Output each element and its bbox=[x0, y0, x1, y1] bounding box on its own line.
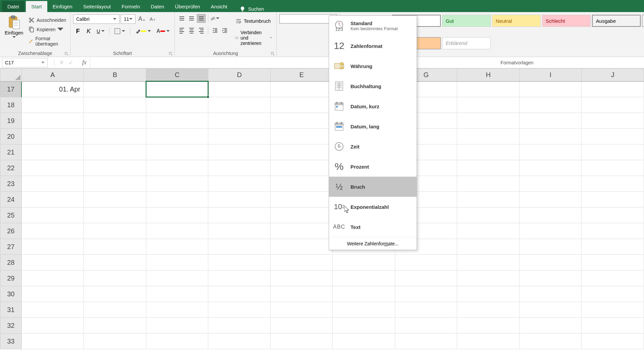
cell-C28[interactable] bbox=[146, 255, 208, 270]
cell-I28[interactable] bbox=[519, 255, 582, 270]
cell-B21[interactable] bbox=[84, 144, 146, 160]
cell-C27[interactable] bbox=[146, 239, 208, 255]
cell-J31[interactable] bbox=[582, 302, 644, 318]
cell-C17[interactable] bbox=[146, 81, 208, 97]
style-berechnung[interactable]: Berechnung bbox=[642, 15, 644, 27]
cell-H17[interactable] bbox=[457, 81, 520, 97]
underline-button[interactable]: U bbox=[95, 26, 107, 36]
cell-I26[interactable] bbox=[519, 223, 582, 239]
cell-H31[interactable] bbox=[457, 302, 520, 318]
col-header-C[interactable]: C bbox=[146, 69, 208, 81]
cell-I17[interactable] bbox=[519, 81, 582, 97]
cell-H24[interactable] bbox=[457, 192, 520, 207]
cell-I27[interactable] bbox=[519, 239, 582, 255]
cell-B30[interactable] bbox=[84, 286, 146, 302]
font-dialog-launcher[interactable] bbox=[168, 51, 173, 56]
cell-G31[interactable] bbox=[395, 302, 457, 318]
cell-C22[interactable] bbox=[146, 160, 208, 176]
format-standard[interactable]: 123 Standard Kein bestimmtes Format bbox=[329, 16, 417, 36]
tab-seitenlayout[interactable]: Seitenlayout bbox=[78, 1, 116, 12]
cell-C23[interactable] bbox=[146, 176, 208, 192]
row-header-21[interactable]: 21 bbox=[0, 144, 22, 160]
style-schlecht[interactable]: Schlecht bbox=[542, 15, 591, 27]
cell-C32[interactable] bbox=[146, 318, 208, 334]
tab-formeln[interactable]: Formeln bbox=[116, 1, 146, 12]
copy-button[interactable]: Kopieren bbox=[27, 26, 67, 33]
spreadsheet-grid[interactable]: A B C D E F G H I J 17 01. Apr 18 19 20 bbox=[0, 68, 644, 349]
cell-G28[interactable] bbox=[395, 255, 457, 270]
cell-H33[interactable] bbox=[457, 334, 520, 349]
cell-A20[interactable] bbox=[21, 129, 84, 144]
cell-A25[interactable] bbox=[21, 207, 84, 223]
name-box[interactable]: C17 bbox=[2, 58, 48, 67]
cell-B23[interactable] bbox=[84, 176, 146, 192]
cell-J29[interactable] bbox=[582, 270, 644, 286]
font-size-select[interactable]: 11 bbox=[121, 14, 136, 24]
cell-J28[interactable] bbox=[582, 255, 644, 270]
borders-button[interactable] bbox=[112, 26, 127, 36]
cell-C31[interactable] bbox=[146, 302, 208, 318]
cell-I22[interactable] bbox=[519, 160, 582, 176]
cell-A33[interactable] bbox=[21, 334, 84, 349]
fx-icon[interactable]: fx bbox=[82, 59, 87, 66]
tab-ansicht[interactable]: Ansicht bbox=[206, 1, 233, 12]
cell-C20[interactable] bbox=[146, 129, 208, 144]
cell-E23[interactable] bbox=[270, 176, 333, 192]
cell-A21[interactable] bbox=[21, 144, 84, 160]
cell-D30[interactable] bbox=[208, 286, 271, 302]
cell-I21[interactable] bbox=[519, 144, 582, 160]
wrap-text-button[interactable]: Textumbruch bbox=[233, 16, 274, 26]
cell-H26[interactable] bbox=[457, 223, 520, 239]
cell-F32[interactable] bbox=[333, 318, 395, 334]
col-header-E[interactable]: E bbox=[270, 69, 333, 81]
row-header-25[interactable]: 25 bbox=[0, 207, 22, 223]
cell-C26[interactable] bbox=[146, 223, 208, 239]
cell-A31[interactable] bbox=[21, 302, 84, 318]
row-header-23[interactable]: 23 bbox=[0, 176, 22, 192]
cell-B19[interactable] bbox=[84, 113, 146, 129]
decrease-font-button[interactable]: A▼ bbox=[148, 15, 157, 23]
cell-G29[interactable] bbox=[395, 270, 457, 286]
col-header-J[interactable]: J bbox=[582, 69, 644, 81]
cell-G33[interactable] bbox=[395, 334, 457, 349]
cell-E30[interactable] bbox=[270, 286, 333, 302]
cell-C18[interactable] bbox=[146, 97, 208, 113]
cell-D26[interactable] bbox=[208, 223, 271, 239]
format-exponential[interactable]: 102 Exponentialzahl bbox=[329, 197, 417, 217]
format-zahlenformat[interactable]: 12 Zahlenformat bbox=[329, 36, 417, 56]
font-name-select[interactable]: Calibri bbox=[73, 14, 119, 24]
cell-I19[interactable] bbox=[519, 113, 582, 129]
cell-A18[interactable] bbox=[21, 97, 84, 113]
cell-E20[interactable] bbox=[270, 129, 333, 144]
cell-C25[interactable] bbox=[146, 207, 208, 223]
cell-F28[interactable] bbox=[333, 255, 395, 270]
cell-E29[interactable] bbox=[270, 270, 333, 286]
cell-E19[interactable] bbox=[270, 113, 333, 129]
row-header-19[interactable]: 19 bbox=[0, 113, 22, 129]
style-ausgabe[interactable]: Ausgabe bbox=[592, 15, 641, 27]
cell-J33[interactable] bbox=[582, 334, 644, 349]
increase-font-button[interactable]: A▲ bbox=[137, 14, 147, 24]
cell-A26[interactable] bbox=[21, 223, 84, 239]
cell-B26[interactable] bbox=[84, 223, 146, 239]
cell-A32[interactable] bbox=[21, 318, 84, 334]
cell-H27[interactable] bbox=[457, 239, 520, 255]
cell-F30[interactable] bbox=[333, 286, 395, 302]
row-header-18[interactable]: 18 bbox=[0, 97, 22, 113]
cell-H30[interactable] bbox=[457, 286, 520, 302]
cell-A23[interactable] bbox=[21, 176, 84, 192]
cell-G32[interactable] bbox=[395, 318, 457, 334]
cell-B24[interactable] bbox=[84, 192, 146, 207]
cell-A27[interactable] bbox=[21, 239, 84, 255]
cell-J32[interactable] bbox=[582, 318, 644, 334]
col-header-D[interactable]: D bbox=[208, 69, 271, 81]
italic-button[interactable]: K bbox=[84, 26, 93, 36]
row-header-22[interactable]: 22 bbox=[0, 160, 22, 176]
bold-button[interactable]: F bbox=[73, 26, 83, 36]
align-center-button[interactable] bbox=[187, 26, 196, 35]
increase-indent-button[interactable] bbox=[220, 26, 229, 35]
format-waehrung[interactable]: Währung bbox=[329, 56, 417, 76]
cell-J17[interactable] bbox=[582, 81, 644, 97]
cell-E31[interactable] bbox=[270, 302, 333, 318]
tab-datei[interactable]: Datei bbox=[2, 1, 24, 12]
